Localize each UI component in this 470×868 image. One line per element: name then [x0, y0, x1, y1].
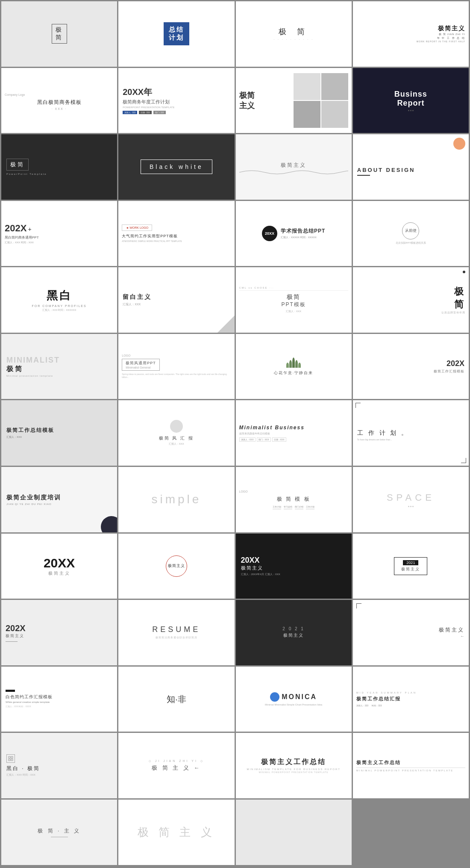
card-11-wave — [239, 169, 348, 175]
card-13-plus: + — [28, 226, 31, 233]
card-2[interactable]: 总结 计划 — [118, 1, 234, 67]
card-41[interactable]: 白色简约工作汇报模板 White general creative simple… — [1, 667, 117, 732]
card-15-sub: 汇报人：XXXXX 时间：XXXXX — [281, 236, 325, 239]
card-22[interactable]: LOGO 极简风通用PPT Minimalist General Spring … — [118, 334, 234, 399]
card-8-dot1 — [408, 110, 409, 111]
card-7-img4 — [321, 101, 348, 128]
card-50[interactable]: 极 简 主 义 — [118, 800, 234, 865]
card-21-en: MINIMALIST — [6, 356, 60, 365]
card-37[interactable]: 202X 极简主义 — [1, 600, 117, 665]
card-13[interactable]: 202X + 黑白简约商务通用PPT 汇报人：XXX 时间：XXX — [1, 201, 117, 266]
card-5-sub: · XXX · — [52, 107, 67, 110]
card-32-dot3 — [412, 506, 414, 507]
card-23-leaf3 — [292, 357, 295, 368]
card-48[interactable]: 极简主义工作总结 MINIMAL POWERPOINT PRESENTATION… — [353, 733, 469, 798]
svg-rect-3 — [11, 759, 13, 761]
card-21[interactable]: MINIMALIST 极简 Minimal presentation templ… — [1, 334, 117, 399]
card-23-leaf5 — [298, 363, 301, 368]
card-19-sub: 汇报人：XXX — [286, 310, 301, 313]
card-6-tag1: 演讲人: 333 — [123, 111, 137, 114]
card-34[interactable]: 极简主义 — [118, 534, 234, 599]
card-20-main: 极 — [454, 285, 465, 298]
card-20-main2: 简 — [454, 298, 465, 311]
card-17-sub: FOR COMPANY PROFILES — [32, 304, 87, 307]
card-8[interactable]: Businss Report — [353, 68, 469, 133]
card-45[interactable]: 黑白 · 极简 汇报人：XXX 时间：XXX — [1, 733, 117, 798]
svg-rect-0 — [9, 756, 10, 758]
card-39[interactable]: 2 0 2 1 极简主义 — [236, 600, 352, 665]
card-43[interactable]: MONICA Minimal Minimalist Simple Chart P… — [236, 667, 352, 732]
card-4[interactable]: 极简主义 极 简 JIAN ZHI YI 年 中 工 作 总 结 WORK RE… — [353, 1, 469, 67]
card-32-main: SPACE — [387, 492, 435, 503]
card-37-zh: 极简主义 — [6, 633, 24, 639]
card-17[interactable]: 黑白 FOR COMPANY PROFILES 汇报人：XXX 时间：XXXXX… — [1, 267, 117, 333]
card-10[interactable]: Black white — [118, 134, 234, 200]
card-49-main: 极 简 · 主 义 — [38, 827, 81, 835]
card-13-sub2: 汇报人：XXX 时间：XXX — [5, 241, 34, 245]
card-7-img2 — [321, 73, 348, 100]
card-27[interactable]: Minimalist Business 超简单高颜值年终总结模板 演讲人：XXX… — [236, 400, 352, 466]
card-5[interactable]: Company Logo 黑白极简商务模板 · XXX · — [1, 68, 117, 133]
card-42[interactable]: 知·非 — [118, 667, 234, 732]
card-empty-1 — [236, 800, 352, 865]
card-16-sub: 北京实际PPT模板进程关系 — [396, 241, 426, 245]
card-49[interactable]: 极 简 · 主 义 — [1, 800, 117, 865]
card-26[interactable]: 极简 风 汇 报 汇报人：XXX — [118, 400, 234, 466]
card-24[interactable]: 202X 极简工作汇报模板 — [353, 334, 469, 399]
card-48-main: 极简主义工作总结 — [356, 759, 401, 766]
card-42-main: 知·非 — [167, 694, 186, 705]
card-44-main: 极简工作总结汇报 — [356, 696, 401, 702]
card-38[interactable]: RESUME 极简简洁商务通信职业求职简历 — [118, 600, 234, 665]
card-27-tags: 演讲人：XXX 部门：XXX 日期：XXX — [239, 437, 286, 442]
card-12[interactable]: ABOUT DESIGN — [353, 134, 469, 200]
card-31[interactable]: LOGO 极 简 模 板 工作计划 学习总结 部门介绍 工作计划 — [236, 467, 352, 532]
card-16[interactable]: 从前使 北京实际PPT模板进程关系 — [353, 201, 469, 266]
card-20[interactable]: 极 简 让您品牌宣传作用 — [353, 267, 469, 333]
card-29[interactable]: 极简企业制度培训 JIAN QI YE ZHI DU PEI XIAO — [1, 467, 117, 532]
card-1[interactable]: 极 简 — [1, 1, 117, 67]
card-46[interactable]: ◇ JI JIAN ZHI YI ◇ 极 简 主 义 ← — [118, 733, 234, 798]
card-13-header: 202X + — [5, 223, 32, 234]
card-35-zh: 极简主义 — [241, 565, 263, 571]
card-36-year: 2021 — [403, 560, 418, 565]
card-41-desc: 汇报人：XXX 时间：XXXX — [6, 705, 31, 709]
card-30[interactable]: simple — [118, 467, 234, 532]
card-21-sub: Minimal presentation template — [6, 375, 53, 377]
card-47[interactable]: 极简主义工作总结 MINIMALISM TEMPLATE FOR BUSINES… — [236, 733, 352, 798]
card-13-num: 202X — [5, 223, 26, 234]
card-9[interactable]: 极简 PowerPoint Template — [1, 134, 117, 200]
card-7[interactable]: 极简 主义 — [236, 68, 352, 133]
card-15[interactable]: 20XX 学术报告总结PPT 汇报人：XXXXX 时间：XXXXX — [236, 201, 352, 266]
card-6-tag3: 部门: 333 — [153, 111, 166, 114]
card-11[interactable]: 极简主义 — [236, 134, 352, 200]
card-40[interactable]: 极简主义 ← — [353, 600, 469, 665]
card-44[interactable]: MID YEAR SUMMARY PLAN 极简工作总结汇报 演讲人：333 时… — [353, 667, 469, 732]
card-30-main: simple — [151, 493, 201, 506]
card-32[interactable]: SPACE — [353, 467, 469, 532]
card-6[interactable]: 20XX年 极简商务年度工作计划 POWERPOINT PRESENTATION… — [118, 68, 234, 133]
card-21-zh: 极简 — [6, 365, 24, 374]
card-19[interactable]: CML vs CHOSE ··· 极简 PPT模板 汇报人：XXX — [236, 267, 352, 333]
card-23[interactable]: 心花乍意·宁静自来 — [236, 334, 352, 399]
card-43-name: MONICA — [282, 693, 317, 701]
card-4-sub3: WORK REPORT IN THE FIRST HALF — [417, 40, 465, 43]
card-18[interactable]: 留白主义 汇报人：XXX — [118, 267, 234, 333]
card-3[interactable]: 极 简 · · · · · · · · · · — [236, 1, 352, 67]
card-8-dot3 — [412, 110, 414, 111]
card-4-sub1: 极 简 JIAN ZHI YI — [439, 32, 465, 36]
card-35[interactable]: 20XX 极简主义 汇报人：20XX年X月 汇报人：XXX — [236, 534, 352, 599]
card-31-tabs: 工作计划 学习总结 部门介绍 工作计划 — [273, 505, 314, 509]
card-19-main: 极简 — [287, 293, 300, 301]
card-27-main: Minimalist Business — [239, 425, 305, 431]
card-36[interactable]: 2021 极简主义 — [353, 534, 469, 599]
card-2-box: 总结 计划 — [164, 22, 189, 45]
card-25[interactable]: 极简工作总结模板 汇报人：XXX — [1, 400, 117, 466]
card-18-main: 留白主义 — [123, 293, 152, 301]
card-4-main: 极简主义 — [438, 25, 465, 32]
card-14[interactable]: ◄ WORK LOGO 大气简约工作实用型PPT模板 ATMOSPHERIC S… — [118, 201, 234, 266]
card-grid: 极 简 总结 计划 极 简 · · · · · · · · · · 极简主义 极… — [0, 0, 470, 866]
card-29-zh: 极简企业制度培训 — [6, 494, 61, 502]
card-33[interactable]: 20XX 极简主义 — [1, 534, 117, 599]
card-5-logo: Company Logo — [1, 91, 28, 99]
card-28[interactable]: 工 作 计 划 。 To have big dreams are better … — [353, 400, 469, 466]
